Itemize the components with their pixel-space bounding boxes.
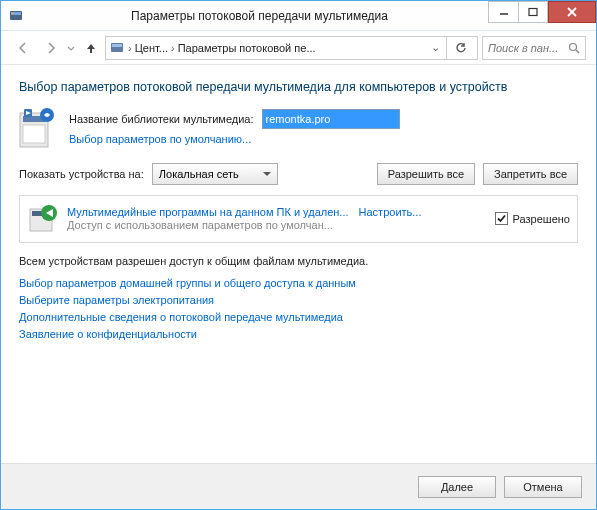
homegroup-link[interactable]: Выбор параметров домашней группы и общег… <box>19 277 578 289</box>
up-button[interactable] <box>81 36 101 60</box>
minimize-button[interactable] <box>488 1 518 23</box>
library-icon <box>19 107 57 149</box>
device-title-link[interactable]: Мультимедийные программы на данном ПК и … <box>67 206 349 218</box>
close-button[interactable] <box>548 1 596 23</box>
library-fields: Название библиотеки мультимедиа: Выбор п… <box>69 107 578 145</box>
block-all-button[interactable]: Запретить все <box>483 163 578 185</box>
svg-point-2 <box>12 12 14 14</box>
history-dropdown-icon[interactable] <box>67 42 77 54</box>
chevron-right-icon: › <box>171 42 175 54</box>
power-link[interactable]: Выберите параметры электропитания <box>19 294 578 306</box>
defaults-link[interactable]: Выбор параметров по умолчанию... <box>69 133 251 145</box>
window-title: Параметры потоковой передачи мультимедиа <box>31 9 488 23</box>
device-icon <box>27 203 59 235</box>
device-allowed-checkbox[interactable] <box>495 212 508 225</box>
library-section: Название библиотеки мультимедиа: Выбор п… <box>19 107 578 149</box>
app-icon <box>8 8 24 24</box>
show-devices-row: Показать устройства на: Локальная сеть Р… <box>19 163 578 185</box>
network-select[interactable]: Локальная сеть <box>152 163 278 185</box>
cancel-button[interactable]: Отмена <box>504 476 582 498</box>
library-name-label: Название библиотеки мультимедиа: <box>69 113 254 125</box>
svg-rect-6 <box>112 44 122 47</box>
bottom-links: Выбор параметров домашней группы и общег… <box>19 277 578 340</box>
breadcrumb-seg1[interactable]: Цент... <box>135 42 168 54</box>
allow-all-button[interactable]: Разрешить все <box>377 163 475 185</box>
system-buttons <box>488 1 596 23</box>
status-text: Всем устройствам разрешен доступ к общим… <box>19 255 578 267</box>
privacy-link[interactable]: Заявление о конфиденциальности <box>19 328 578 340</box>
dialog-window: Параметры потоковой передачи мультимедиа… <box>0 0 597 510</box>
breadcrumb-seg2[interactable]: Параметры потоковой пе... <box>178 42 316 54</box>
forward-button <box>39 36 63 60</box>
svg-rect-11 <box>23 125 45 143</box>
address-bar[interactable]: › Цент... › Параметры потоковой пе... ⌄ <box>105 36 478 60</box>
device-subtitle: Доступ с использованием параметров по ум… <box>67 219 487 231</box>
back-button[interactable] <box>11 36 35 60</box>
device-allowed-label: Разрешено <box>513 213 570 225</box>
library-name-input[interactable] <box>262 109 400 129</box>
more-info-link[interactable]: Дополнительные сведения о потоковой пере… <box>19 311 578 323</box>
page-heading: Выбор параметров потоковой передачи муль… <box>19 79 578 97</box>
maximize-button[interactable] <box>518 1 548 23</box>
device-info: Мультимедийные программы на данном ПК и … <box>67 206 487 231</box>
show-devices-label: Показать устройства на: <box>19 168 144 180</box>
svg-line-8 <box>576 50 579 53</box>
next-button[interactable]: Далее <box>418 476 496 498</box>
search-box[interactable] <box>482 36 586 60</box>
search-input[interactable] <box>488 42 565 54</box>
svg-rect-4 <box>529 9 537 16</box>
chevron-down-icon[interactable]: ⌄ <box>431 41 440 54</box>
chevron-right-icon: › <box>128 42 132 54</box>
svg-point-7 <box>570 43 577 50</box>
device-list-item: Мультимедийные программы на данном ПК и … <box>19 195 578 243</box>
footer: Далее Отмена <box>1 463 596 509</box>
refresh-button[interactable] <box>446 36 474 60</box>
titlebar: Параметры потоковой передачи мультимедиа <box>1 1 596 31</box>
device-configure-link[interactable]: Настроить... <box>359 206 422 218</box>
content-area: Выбор параметров потоковой передачи муль… <box>1 65 596 463</box>
search-icon <box>568 42 580 54</box>
location-icon <box>109 40 125 56</box>
network-select-value: Локальная сеть <box>159 168 239 180</box>
device-permission: Разрешено <box>495 212 570 225</box>
nav-toolbar: › Цент... › Параметры потоковой пе... ⌄ <box>1 31 596 65</box>
